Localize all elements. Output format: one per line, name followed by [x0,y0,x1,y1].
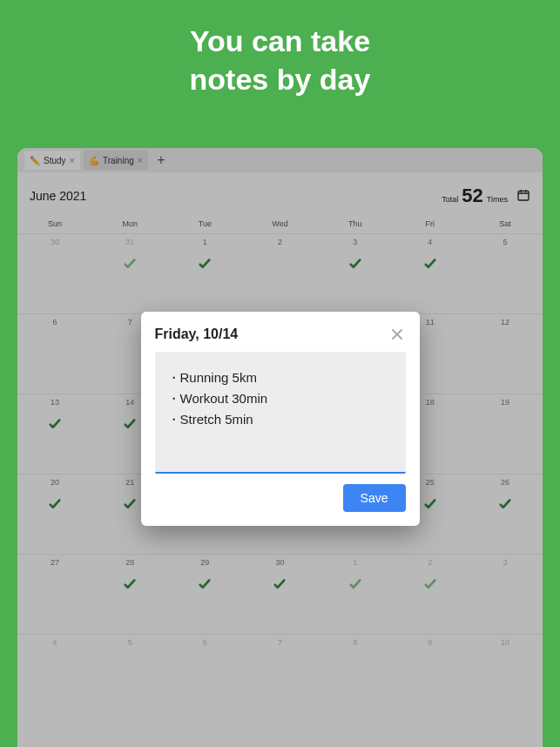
note-textarea[interactable]: ・Running 5km・Workout 30min・Stretch 5min [155,352,406,474]
hero-heading: You can take notes by day [0,0,560,124]
hero-line-2: notes by day [0,60,560,98]
modal-title: Friday, 10/14 [155,326,239,342]
note-line: ・Stretch 5min [167,409,394,430]
note-line: ・Running 5km [167,367,394,388]
note-modal: Friday, 10/14 ・Running 5km・Workout 30min… [141,312,420,526]
close-icon[interactable] [388,326,406,343]
hero-line-1: You can take [0,22,560,60]
save-button[interactable]: Save [343,484,406,512]
note-line: ・Workout 30min [167,388,394,409]
app-frame: ✏️ Study × 💪 Training × + June 2021 Tota… [17,148,543,747]
